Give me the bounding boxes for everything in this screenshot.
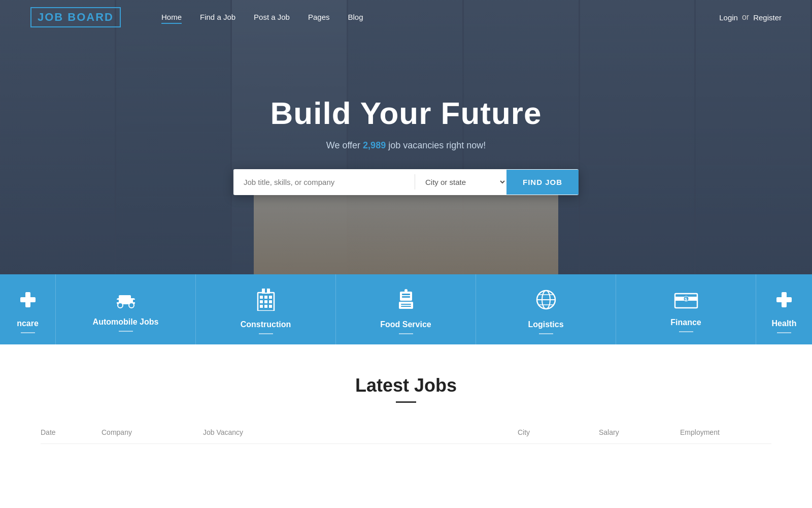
automobile-label: Automobile Jobs [93, 318, 159, 327]
svg-point-5 [129, 303, 134, 308]
panel-2 [116, 0, 232, 274]
svg-rect-3 [119, 295, 131, 300]
svg-rect-11 [269, 296, 272, 299]
hero-title: Build Your Future [233, 95, 579, 131]
site-logo[interactable]: JOB BOARD [30, 7, 121, 27]
col-company: Company [101, 428, 203, 436]
svg-rect-19 [265, 289, 267, 293]
navbar: JOB BOARD Home Find a Job Post a Job Pag… [0, 0, 812, 35]
food-service-label: Food Service [380, 320, 431, 329]
nav-item-pages[interactable]: Pages [308, 13, 330, 22]
health-icon [774, 290, 794, 313]
food-service-icon [396, 289, 416, 314]
construction-icon [256, 289, 276, 314]
register-link[interactable]: Register [753, 13, 782, 22]
nav-separator: or [742, 13, 749, 22]
category-construction[interactable]: Construction [196, 274, 336, 344]
logistics-line [539, 333, 553, 334]
panel-6 [580, 0, 696, 274]
logistics-icon [535, 289, 557, 314]
finance-line [679, 331, 693, 332]
find-job-button[interactable]: FIND JOB [506, 170, 579, 195]
svg-rect-23 [399, 302, 413, 309]
category-food-service[interactable]: Food Service [336, 274, 476, 344]
login-link[interactable]: Login [719, 13, 738, 22]
svg-rect-16 [264, 305, 267, 308]
location-select[interactable]: City or state New York Los Angeles Chica… [415, 169, 506, 195]
panel-1 [0, 0, 116, 274]
svg-text:$: $ [685, 297, 687, 302]
col-city: City [518, 428, 599, 436]
nav-auth: Login or Register [719, 13, 782, 22]
nav-item-blog[interactable]: Blog [348, 13, 363, 22]
healthcare-icon [18, 290, 38, 313]
latest-jobs-title: Latest Jobs [41, 375, 771, 396]
search-bar: City or state New York Los Angeles Chica… [233, 169, 579, 195]
job-count: 2,989 [363, 140, 386, 150]
svg-rect-25 [401, 306, 411, 307]
health-line [777, 332, 791, 333]
svg-rect-24 [401, 304, 411, 305]
col-date: Date [41, 428, 101, 436]
svg-rect-1 [20, 297, 36, 302]
category-healthcare[interactable]: ncare [0, 274, 56, 344]
svg-rect-15 [260, 305, 263, 308]
col-vacancy: Job Vacancy [203, 428, 518, 436]
svg-rect-21 [402, 294, 410, 295]
category-finance[interactable]: $ Finance [616, 274, 756, 344]
health-label: Health [772, 319, 797, 328]
svg-rect-13 [264, 300, 267, 303]
section-divider [396, 401, 416, 403]
svg-rect-37 [776, 297, 792, 302]
jobs-table-header: Date Company Job Vacancy City Salary Emp… [41, 423, 771, 444]
category-health[interactable]: Health [756, 274, 812, 344]
svg-rect-22 [402, 296, 410, 298]
svg-rect-7 [133, 300, 136, 302]
subtitle-prefix: We offer [326, 140, 363, 150]
hero-section: Build Your Future We offer 2,989 job vac… [0, 0, 812, 274]
svg-rect-17 [269, 305, 272, 308]
svg-rect-12 [260, 300, 263, 303]
finance-icon: $ [674, 291, 698, 312]
construction-line [259, 333, 273, 334]
subtitle-suffix: job vacancies right now! [386, 140, 486, 150]
nav-item-post-job[interactable]: Post a Job [254, 13, 290, 22]
automobile-icon [115, 291, 137, 311]
panel-7 [696, 0, 812, 274]
automobile-line [119, 331, 133, 332]
svg-rect-14 [269, 300, 272, 303]
categories-bar: ncare Automobile Jobs [0, 274, 812, 344]
category-automobile[interactable]: Automobile Jobs [56, 274, 196, 344]
finance-label: Finance [670, 318, 701, 327]
nav-item-find-job[interactable]: Find a Job [200, 13, 235, 22]
col-salary: Salary [599, 428, 680, 436]
svg-rect-10 [264, 296, 267, 299]
svg-point-26 [404, 289, 408, 292]
nav-item-home[interactable]: Home [161, 13, 182, 22]
svg-point-4 [118, 303, 123, 308]
nav-links: Home Find a Job Post a Job Pages Blog [161, 13, 719, 22]
healthcare-line [21, 332, 35, 333]
col-employment: Employment [680, 428, 771, 436]
hero-content: Build Your Future We offer 2,989 job vac… [233, 80, 579, 195]
logistics-label: Logistics [528, 320, 563, 329]
healthcare-label: ncare [17, 319, 39, 328]
latest-jobs-section: Latest Jobs Date Company Job Vacancy Cit… [0, 344, 812, 464]
svg-rect-9 [260, 296, 263, 299]
food-service-line [399, 333, 413, 334]
construction-label: Construction [241, 320, 291, 329]
job-search-input[interactable] [233, 170, 415, 195]
hero-subtitle: We offer 2,989 job vacancies right now! [233, 140, 579, 151]
logo-text: JOB BOARD [38, 11, 114, 23]
category-logistics[interactable]: Logistics [476, 274, 616, 344]
svg-rect-6 [116, 300, 119, 302]
